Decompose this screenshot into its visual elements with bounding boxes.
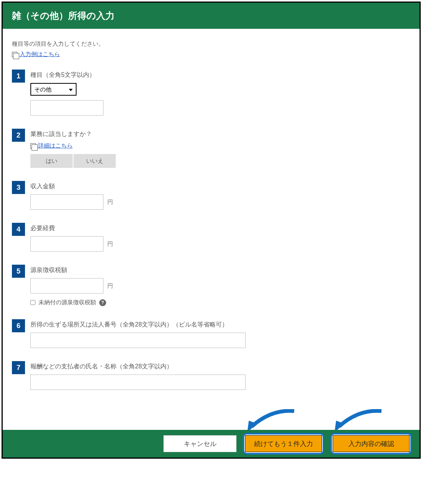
step-number: 4 (12, 223, 25, 236)
yes-button[interactable]: はい (30, 154, 73, 168)
payer-name-input[interactable] (30, 375, 246, 390)
step-2: 2 業務に該当しますか？ 詳細はこちら はい いいえ (12, 129, 410, 168)
step-7: 7 報酬などの支払者の氏名・名称（全角28文字以内） (12, 361, 410, 390)
document-icon (12, 52, 17, 57)
category-select[interactable]: その他 (30, 83, 77, 96)
intro-text: 種目等の項目を入力してください。 (12, 40, 410, 48)
income-amount-input[interactable] (30, 194, 103, 210)
step-3: 3 収入金額 円 (12, 181, 410, 210)
step7-label: 報酬などの支払者の氏名・名称（全角28文字以内） (30, 363, 410, 371)
continue-button[interactable]: 続けてもう１件入力 (245, 435, 322, 452)
category-select-wrap: その他 (30, 83, 77, 96)
help-icon[interactable]: ? (99, 299, 106, 306)
expense-input[interactable] (30, 236, 103, 252)
step-6: 6 所得の生ずる場所又は法人番号（全角28文字以内）（ビル名等省略可） (12, 319, 410, 348)
step-4: 4 必要経費 円 (12, 223, 410, 252)
step-number: 5 (12, 265, 25, 278)
step-number: 2 (12, 129, 25, 142)
confirm-button-highlight: 入力内容の確認 (330, 433, 412, 454)
yen-unit: 円 (107, 240, 113, 248)
document-icon (30, 143, 36, 149)
dialog-window: 雑（その他）所得の入力 種目等の項目を入力してください。 入力例はこちら 1 種… (2, 2, 421, 459)
location-input[interactable] (30, 333, 246, 348)
arrow-icon (331, 409, 385, 432)
step-number: 6 (12, 319, 25, 332)
step-number: 7 (12, 361, 25, 374)
step-number: 1 (12, 70, 25, 83)
example-link[interactable]: 入力例はこちら (20, 51, 60, 58)
no-button[interactable]: いいえ (73, 154, 116, 168)
yen-unit: 円 (107, 199, 113, 206)
dialog-content: 種目等の項目を入力してください。 入力例はこちら 1 種目（全角5文字以内） そ… (3, 29, 420, 390)
step-1: 1 種目（全角5文字以内） その他 (12, 70, 410, 116)
unpaid-withholding-label: 未納付の源泉徴収税額 (38, 299, 96, 306)
unpaid-withholding-checkbox[interactable] (30, 300, 35, 305)
step3-label: 収入金額 (30, 182, 410, 191)
yen-unit: 円 (107, 282, 113, 290)
cancel-button[interactable]: キャンセル (163, 435, 236, 452)
step2-label: 業務に該当しますか？ (30, 130, 410, 138)
example-link-row: 入力例はこちら (12, 51, 410, 58)
step1-label: 種目（全角5文字以内） (30, 71, 410, 79)
step4-label: 必要経費 (30, 224, 410, 232)
step-number: 3 (12, 181, 25, 194)
arrow-icon (244, 409, 298, 432)
confirm-button[interactable]: 入力内容の確認 (333, 435, 410, 452)
detail-link[interactable]: 詳細はこちら (38, 142, 73, 149)
dialog-title: 雑（その他）所得の入力 (3, 3, 420, 29)
continue-button-highlight: 続けてもう１件入力 (243, 433, 324, 454)
step5-label: 源泉徴収税額 (30, 266, 410, 274)
withholding-input[interactable] (30, 278, 103, 293)
yes-no-toggle: はい いいえ (30, 154, 410, 168)
step-5: 5 源泉徴収税額 円 未納付の源泉徴収税額 ? (12, 265, 410, 306)
footer-bar: キャンセル 続けてもう１件入力 入力内容の確認 (3, 430, 420, 458)
category-text-input[interactable] (30, 100, 103, 116)
step6-label: 所得の生ずる場所又は法人番号（全角28文字以内）（ビル名等省略可） (30, 321, 410, 329)
